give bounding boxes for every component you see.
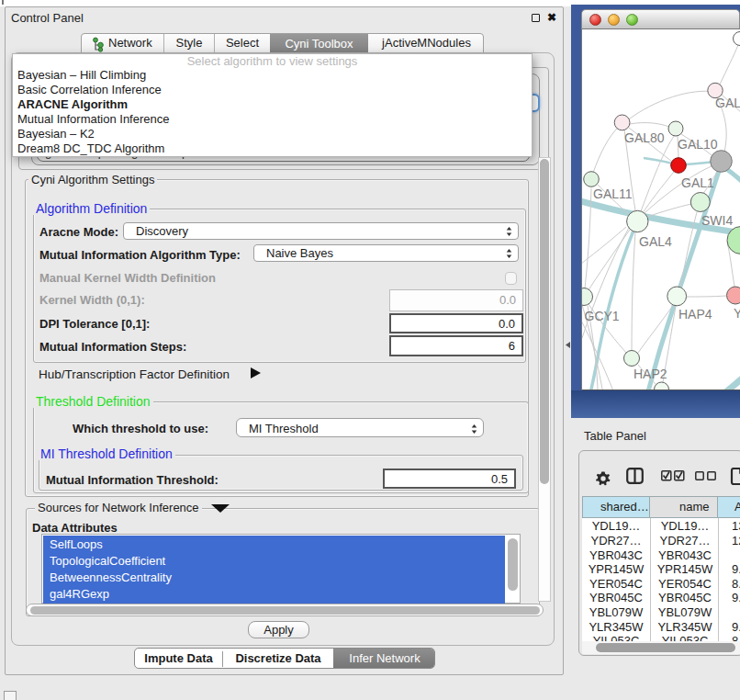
- svg-text:Y: Y: [734, 306, 740, 321]
- svg-text:HAP2: HAP2: [633, 367, 667, 381]
- svg-text:GAL10: GAL10: [678, 137, 718, 152]
- svg-text:HAP4: HAP4: [678, 307, 712, 322]
- svg-text:GAL80: GAL80: [624, 130, 665, 145]
- svg-text:GAL: GAL: [715, 96, 740, 110]
- svg-text:SWI4: SWI4: [701, 213, 733, 228]
- svg-text:GCY1: GCY1: [585, 309, 620, 323]
- svg-text:GAL4: GAL4: [639, 234, 672, 249]
- svg-text:GAL11: GAL11: [593, 186, 633, 201]
- svg-text:GAL1: GAL1: [681, 175, 714, 190]
